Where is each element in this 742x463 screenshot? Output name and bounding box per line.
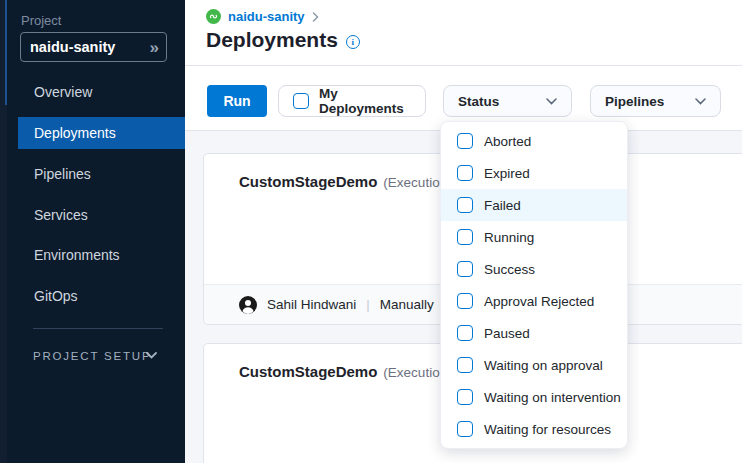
checkbox[interactable] bbox=[457, 325, 473, 341]
sidebar-item-label: Pipelines bbox=[34, 166, 91, 182]
status-option-running[interactable]: Running bbox=[441, 221, 627, 253]
chevron-down-icon bbox=[546, 98, 557, 105]
sidebar-item-pipelines[interactable]: Pipelines bbox=[18, 158, 185, 190]
status-option-label: Waiting on approval bbox=[484, 358, 603, 373]
sidebar-item-services[interactable]: Services bbox=[18, 199, 185, 231]
page-title-row: Deployments i bbox=[206, 28, 360, 52]
pipelines-filter-label: Pipelines bbox=[605, 94, 664, 109]
status-option-label: Aborted bbox=[484, 134, 531, 149]
status-option-label: Expired bbox=[484, 166, 530, 181]
run-button[interactable]: Run bbox=[207, 85, 267, 117]
double-chevron-right-icon[interactable]: » bbox=[150, 39, 157, 56]
status-option-waiting-on-approval[interactable]: Waiting on approval bbox=[441, 349, 627, 381]
chevron-down-icon bbox=[695, 98, 706, 105]
status-filter-dropdown[interactable]: Status bbox=[443, 85, 572, 117]
breadcrumb: naidu-sanity bbox=[206, 9, 319, 24]
project-sidebar: Project naidu-sanity » Overview Deployme… bbox=[0, 0, 185, 463]
status-option-waiting-for-resources[interactable]: Waiting for resources bbox=[441, 413, 627, 445]
status-option-label: Running bbox=[484, 230, 534, 245]
my-deployments-filter[interactable]: My Deployments bbox=[278, 85, 426, 117]
footer-divider: | bbox=[366, 297, 369, 312]
status-option-failed[interactable]: Failed bbox=[441, 189, 627, 221]
sidebar-item-label: Overview bbox=[34, 84, 92, 100]
my-deployments-label: My Deployments bbox=[319, 86, 411, 116]
status-option-label: Failed bbox=[484, 198, 521, 213]
checkbox[interactable] bbox=[457, 293, 473, 309]
status-option-expired[interactable]: Expired bbox=[441, 157, 627, 189]
sidebar-item-label: Services bbox=[34, 207, 88, 223]
checkbox[interactable] bbox=[457, 389, 473, 405]
deployment-title[interactable]: CustomStageDemo (Execution Id bbox=[239, 363, 462, 380]
status-option-label: Success bbox=[484, 262, 535, 277]
chevron-down-icon[interactable] bbox=[146, 352, 157, 359]
sidebar-item-label: GitOps bbox=[34, 288, 78, 304]
triggered-by: Sahil Hindwani bbox=[267, 297, 356, 312]
cd-module-icon bbox=[206, 9, 221, 24]
checkbox[interactable] bbox=[457, 229, 473, 245]
project-setup-toggle[interactable]: PROJECT SETUP bbox=[33, 350, 151, 362]
status-option-approval-rejected[interactable]: Approval Rejected bbox=[441, 285, 627, 317]
page-title: Deployments bbox=[206, 28, 338, 52]
sidebar-divider bbox=[33, 328, 163, 329]
checkbox[interactable] bbox=[457, 165, 473, 181]
sidebar-item-deployments[interactable]: Deployments bbox=[18, 117, 185, 149]
sidebar-edge-accent bbox=[5, 0, 7, 105]
project-label: Project bbox=[21, 13, 61, 28]
status-option-label: Approval Rejected bbox=[484, 294, 594, 309]
sidebar-item-label: Deployments bbox=[34, 125, 116, 141]
checkbox[interactable] bbox=[457, 357, 473, 373]
deployment-title[interactable]: CustomStageDemo (Execution Id bbox=[239, 173, 462, 190]
chevron-right-icon bbox=[312, 12, 319, 22]
page-header: naidu-sanity Deployments i bbox=[185, 0, 742, 66]
checkbox[interactable] bbox=[457, 197, 473, 213]
project-name-value: naidu-sanity bbox=[30, 39, 150, 55]
pipeline-name: CustomStageDemo bbox=[239, 173, 377, 190]
my-deployments-checkbox[interactable] bbox=[293, 93, 309, 109]
status-option-label: Waiting for resources bbox=[484, 422, 611, 437]
breadcrumb-project-link[interactable]: naidu-sanity bbox=[228, 9, 305, 24]
status-filter-menu: Aborted Expired Failed Running Success A… bbox=[440, 121, 628, 449]
sidebar-item-label: Environments bbox=[34, 247, 120, 263]
sidebar-item-overview[interactable]: Overview bbox=[18, 76, 185, 108]
checkbox[interactable] bbox=[457, 133, 473, 149]
status-option-label: Paused bbox=[484, 326, 530, 341]
checkbox[interactable] bbox=[457, 421, 473, 437]
status-option-success[interactable]: Success bbox=[441, 253, 627, 285]
pipelines-filter-dropdown[interactable]: Pipelines bbox=[590, 85, 721, 117]
status-option-label: Waiting on intervention bbox=[484, 390, 621, 405]
sidebar-item-environments[interactable]: Environments bbox=[18, 239, 185, 271]
project-selector[interactable]: naidu-sanity » bbox=[20, 32, 167, 62]
info-icon[interactable]: i bbox=[346, 35, 360, 49]
trigger-type: Manually bbox=[380, 297, 434, 312]
sidebar-item-gitops[interactable]: GitOps bbox=[18, 280, 185, 312]
status-option-aborted[interactable]: Aborted bbox=[441, 125, 627, 157]
checkbox[interactable] bbox=[457, 261, 473, 277]
status-option-paused[interactable]: Paused bbox=[441, 317, 627, 349]
pipeline-name: CustomStageDemo bbox=[239, 363, 377, 380]
status-option-waiting-on-intervention[interactable]: Waiting on intervention bbox=[441, 381, 627, 413]
avatar-icon bbox=[239, 296, 257, 314]
status-filter-label: Status bbox=[458, 94, 499, 109]
